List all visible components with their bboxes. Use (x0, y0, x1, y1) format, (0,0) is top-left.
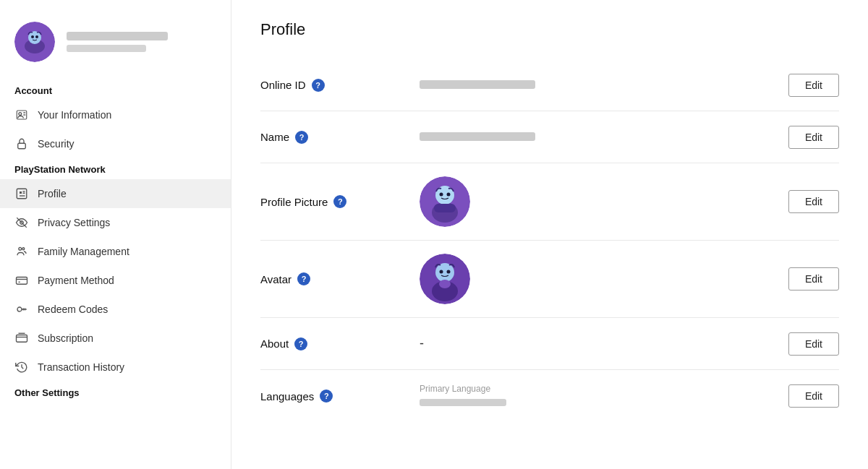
sidebar-item-label: Subscription (38, 332, 93, 344)
sidebar-item-payment-method[interactable]: Payment Method (0, 266, 231, 295)
svg-point-34 (447, 270, 451, 274)
sidebar-item-label: Transaction History (38, 361, 124, 373)
sidebar-item-subscription[interactable]: Subscription (0, 324, 231, 353)
main-content: Profile Online ID ? Edit Name ? Edit (231, 0, 868, 469)
sidebar-item-label: Profile (38, 188, 67, 199)
sidebar-item-family-management[interactable]: Family Management (0, 237, 231, 266)
name-row: Name ? Edit (260, 111, 839, 163)
languages-edit-button[interactable]: Edit (788, 384, 839, 408)
card-icon (14, 273, 29, 288)
svg-point-4 (35, 35, 38, 38)
svg-point-17 (22, 248, 25, 250)
profile-picture-help-icon[interactable]: ? (333, 195, 346, 208)
eye-icon (14, 215, 29, 230)
avatar-help-icon[interactable]: ? (297, 272, 310, 285)
name-edit-button[interactable]: Edit (788, 126, 839, 149)
sidebar-item-label: Payment Method (38, 275, 114, 286)
sidebar-item-redeem-codes[interactable]: Redeem Codes (0, 295, 231, 324)
svg-rect-18 (17, 277, 27, 285)
section-account: Account (0, 79, 231, 100)
sidebar-item-label: Security (38, 138, 75, 150)
svg-point-28 (447, 193, 451, 197)
section-other-settings: Other Settings (0, 382, 231, 403)
avatar-img (420, 254, 470, 304)
username-blur2 (67, 45, 146, 52)
svg-point-33 (440, 270, 443, 274)
person-icon (14, 108, 29, 122)
online-id-value (405, 79, 788, 91)
online-id-blurred (420, 80, 535, 89)
online-id-edit-button[interactable]: Edit (788, 74, 839, 97)
svg-point-2 (28, 31, 41, 44)
sidebar-item-profile[interactable]: Profile (0, 179, 231, 208)
languages-help-icon[interactable]: ? (320, 390, 333, 403)
profile-picture-label: Profile Picture ? (260, 195, 405, 208)
profile-picture-value (405, 176, 788, 227)
about-row: About ? - Edit (260, 318, 839, 370)
key-icon (14, 302, 29, 317)
svg-point-32 (435, 263, 454, 282)
sidebar-user (0, 14, 231, 79)
profile-picture-edit-button[interactable]: Edit (788, 190, 839, 213)
username-blur (67, 32, 168, 40)
avatar-value (405, 254, 788, 304)
name-label: Name ? (260, 131, 405, 144)
online-id-help-icon[interactable]: ? (312, 79, 325, 92)
online-id-label: Online ID ? (260, 79, 405, 92)
languages-blurred (420, 399, 506, 406)
sidebar-item-your-information[interactable]: Your Information (0, 100, 231, 129)
sidebar-item-privacy-settings[interactable]: Privacy Settings (0, 208, 231, 237)
languages-row: Languages ? Primary Language Edit (260, 370, 839, 422)
svg-point-16 (19, 247, 22, 250)
name-help-icon[interactable]: ? (295, 131, 308, 144)
svg-point-6 (19, 113, 22, 116)
avatar-label: Avatar ? (260, 272, 405, 285)
about-value: - (405, 336, 788, 351)
avatar-edit-button[interactable]: Edit (788, 267, 839, 291)
languages-value: Primary Language (405, 384, 788, 408)
primary-language-label: Primary Language (420, 384, 774, 394)
name-blurred (420, 132, 535, 141)
history-icon (14, 360, 29, 374)
family-icon (14, 244, 29, 259)
profile-picture-row: Profile Picture ? (260, 163, 839, 241)
profile-picture-img (420, 176, 470, 227)
name-value (405, 132, 788, 143)
svg-rect-29 (434, 204, 456, 212)
sidebar-item-label: Privacy Settings (38, 217, 110, 228)
page-title: Profile (260, 20, 839, 39)
about-help-icon[interactable]: ? (294, 337, 307, 350)
online-id-row: Online ID ? Edit (260, 59, 839, 111)
svg-point-27 (440, 193, 443, 197)
svg-rect-9 (18, 143, 26, 149)
svg-point-3 (31, 35, 34, 38)
avatar (14, 22, 55, 62)
sidebar-item-label: Family Management (38, 246, 129, 257)
languages-label: Languages ? (260, 390, 405, 403)
profile-icon (14, 186, 29, 201)
lock-icon (14, 137, 29, 151)
subscription-icon (14, 331, 29, 345)
about-edit-button[interactable]: Edit (788, 332, 839, 356)
svg-rect-22 (17, 335, 27, 343)
sidebar-item-label: Your Information (38, 109, 111, 121)
sidebar: Account Your Information Securit (0, 0, 231, 469)
section-psn: PlayStation Network (0, 158, 231, 179)
sidebar-item-label: Redeem Codes (38, 304, 108, 315)
about-dash: - (420, 336, 424, 350)
sidebar-user-info (67, 32, 168, 52)
svg-point-21 (17, 307, 22, 311)
about-label: About ? (260, 337, 405, 350)
svg-point-35 (439, 280, 451, 288)
sidebar-item-transaction-history[interactable]: Transaction History (0, 353, 231, 382)
sidebar-item-security[interactable]: Security (0, 129, 231, 158)
avatar-row: Avatar ? (260, 241, 839, 318)
